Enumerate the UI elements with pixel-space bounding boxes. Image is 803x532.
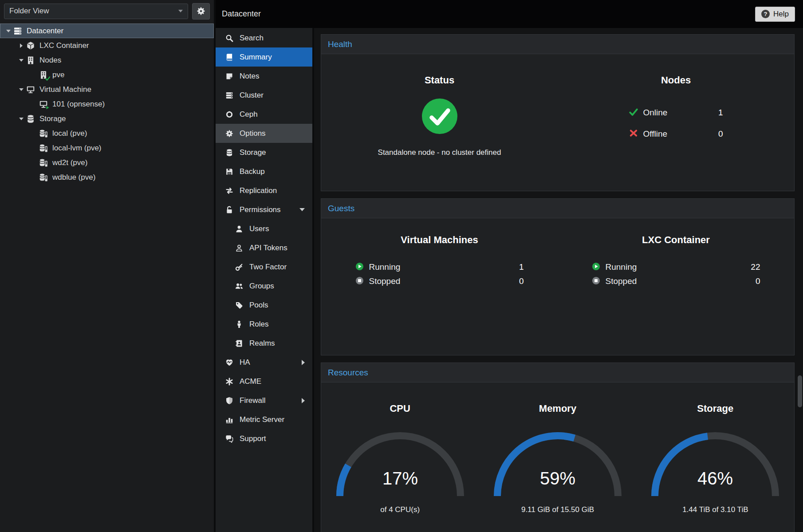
desktop-icon bbox=[25, 85, 36, 94]
gauge-memory: 59% bbox=[491, 431, 624, 501]
menu-item-storage[interactable]: Storage bbox=[216, 143, 312, 162]
shield-icon bbox=[225, 397, 234, 405]
menu-item-options[interactable]: Options bbox=[216, 124, 312, 143]
gauge-percent: 46% bbox=[697, 469, 733, 488]
repl-icon bbox=[225, 187, 234, 195]
tree-item-wd2t-pve[interactable]: wd2t (pve) bbox=[0, 155, 214, 170]
menu-item-roles[interactable]: Roles bbox=[216, 315, 312, 334]
play-badge-icon bbox=[45, 105, 50, 110]
status-message: Standalone node - no cluster defined bbox=[378, 148, 501, 157]
collapse-arrow-icon[interactable] bbox=[17, 118, 25, 120]
gauge-fill bbox=[340, 465, 348, 496]
guests-panel: Guests Virtual MachinesRunning1Stopped0L… bbox=[321, 198, 795, 355]
tag-icon bbox=[235, 301, 244, 309]
menu-item-label: Notes bbox=[240, 72, 259, 81]
page-title: Datacenter bbox=[222, 9, 261, 19]
menu-item-backup[interactable]: Backup bbox=[216, 162, 312, 181]
tree-item-virtual-machine[interactable]: Virtual Machine bbox=[0, 82, 214, 97]
menu-item-firewall[interactable]: Firewall bbox=[216, 391, 312, 410]
guest-row-running: Running22 bbox=[592, 260, 760, 274]
guest-row-stopped: Stopped0 bbox=[592, 274, 760, 288]
tree-item-local-lvm-pve[interactable]: local-lvm (pve) bbox=[0, 141, 214, 155]
menu-item-replication[interactable]: Replication bbox=[216, 181, 312, 200]
tree-item-101-opnsense[interactable]: 101 (opnsense) bbox=[0, 97, 214, 111]
asterisk-icon bbox=[225, 378, 234, 386]
nodes-rows: Online1Offline0 bbox=[629, 102, 723, 145]
tree-item-local-pve[interactable]: local (pve) bbox=[0, 126, 214, 141]
menu-item-pools[interactable]: Pools bbox=[216, 296, 312, 315]
menu-item-label: Permissions bbox=[240, 205, 281, 214]
menu-item-permissions[interactable]: Permissions bbox=[216, 200, 312, 219]
help-button[interactable]: ? Help bbox=[755, 7, 795, 22]
menu-item-notes[interactable]: Notes bbox=[216, 67, 312, 86]
right-body: SearchSummaryNotesClusterCephOptionsStor… bbox=[216, 28, 803, 532]
tree-item-datacenter[interactable]: Datacenter bbox=[0, 24, 214, 38]
guests-body: Virtual MachinesRunning1Stopped0LXC Cont… bbox=[321, 218, 795, 355]
guest-column-inner: LXC ContainerRunning22Stopped0 bbox=[592, 218, 760, 288]
menu-item-ceph[interactable]: Ceph bbox=[216, 105, 312, 124]
tree-item-label: local-lvm (pve) bbox=[52, 144, 102, 153]
guest-state-value: 22 bbox=[751, 262, 760, 272]
resources-panel-header: Resources bbox=[321, 363, 795, 382]
menu-item-api-tokens[interactable]: API Tokens bbox=[216, 238, 312, 257]
menu-item-users[interactable]: Users bbox=[216, 219, 312, 238]
gauge-percent: 59% bbox=[540, 469, 575, 488]
tree-item-label: Nodes bbox=[39, 56, 61, 65]
node-status-value: 0 bbox=[718, 129, 723, 139]
menu-item-support[interactable]: Support bbox=[216, 429, 312, 448]
caret-right-icon bbox=[302, 398, 305, 403]
tree-item-nodes[interactable]: Nodes bbox=[0, 53, 214, 67]
collapse-arrow-icon[interactable] bbox=[17, 59, 25, 62]
guest-state-label: Stopped bbox=[369, 276, 401, 286]
building-icon bbox=[25, 56, 36, 65]
menu-item-ha[interactable]: HA bbox=[216, 353, 312, 372]
menu-item-label: Ceph bbox=[240, 110, 258, 119]
guests-panel-header: Guests bbox=[321, 198, 795, 218]
guest-row-running: Running1 bbox=[355, 260, 524, 274]
menu-item-metric-server[interactable]: Metric Server bbox=[216, 410, 312, 429]
book-icon bbox=[225, 53, 234, 61]
top-bar: Datacenter ? Help bbox=[216, 0, 803, 28]
menu-item-acme[interactable]: ACME bbox=[216, 372, 312, 391]
menu-item-summary[interactable]: Summary bbox=[216, 47, 312, 67]
guests-title: Guests bbox=[328, 204, 354, 213]
gauge-storage: 46% bbox=[649, 431, 782, 501]
menu-item-groups[interactable]: Groups bbox=[216, 276, 312, 296]
scrollbar-thumb[interactable] bbox=[798, 375, 802, 407]
user-icon bbox=[235, 225, 244, 233]
menu-item-label: Backup bbox=[240, 167, 265, 176]
gauge-title: CPU bbox=[390, 403, 410, 414]
menu-item-realms[interactable]: Realms bbox=[216, 334, 312, 353]
guest-state-value: 1 bbox=[519, 262, 524, 272]
guest-state-label: Running bbox=[606, 262, 637, 272]
view-mode-select[interactable]: Folder View bbox=[4, 4, 188, 19]
gear-icon bbox=[225, 130, 234, 138]
dbdrive-icon bbox=[38, 144, 49, 153]
abook-icon bbox=[235, 339, 244, 347]
tree-item-label: Virtual Machine bbox=[39, 85, 91, 94]
menu-item-cluster[interactable]: Cluster bbox=[216, 86, 312, 105]
tree-item-label: LXC Container bbox=[39, 41, 89, 50]
gauge-percent: 17% bbox=[382, 469, 418, 488]
node-status-row-online: Online1 bbox=[629, 102, 723, 123]
ceph-icon bbox=[225, 110, 234, 118]
tree-item-storage[interactable]: Storage bbox=[0, 111, 214, 126]
gauge-title: Memory bbox=[539, 403, 576, 414]
cross-icon bbox=[629, 129, 638, 139]
tree-item-pve[interactable]: pve bbox=[0, 67, 214, 82]
workspace: Datacenter ? Help SearchSummaryNotesClus… bbox=[216, 0, 803, 532]
node-status-label: Offline bbox=[643, 129, 713, 139]
menu-item-two-factor[interactable]: Two Factor bbox=[216, 257, 312, 276]
menu-item-search[interactable]: Search bbox=[216, 28, 312, 47]
dbdrive-icon bbox=[38, 173, 49, 182]
tree-item-wdblue-pve[interactable]: wdblue (pve) bbox=[0, 170, 214, 185]
expand-arrow-icon[interactable] bbox=[17, 43, 25, 48]
tree-settings-button[interactable] bbox=[192, 3, 210, 20]
gauge-subtext: 9.11 GiB of 15.50 GiB bbox=[521, 505, 594, 514]
menu-item-label: ACME bbox=[240, 377, 261, 386]
collapse-arrow-icon[interactable] bbox=[4, 30, 12, 32]
tree-item-lxc-container[interactable]: LXC Container bbox=[0, 38, 214, 53]
collapse-arrow-icon[interactable] bbox=[17, 88, 25, 91]
db-icon bbox=[25, 114, 36, 123]
menu-item-label: Replication bbox=[240, 186, 277, 195]
